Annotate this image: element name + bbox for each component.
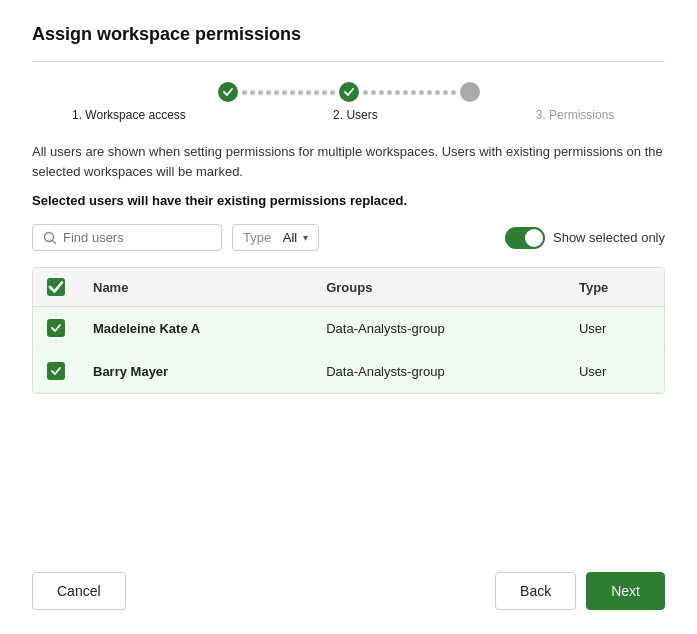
info-text: All users are shown when setting permiss…: [32, 142, 665, 181]
dialog: Assign workspace permissions: [0, 0, 697, 634]
header-checkbox[interactable]: [47, 278, 65, 296]
chevron-down-icon: ▾: [303, 232, 308, 243]
search-icon: [43, 231, 57, 245]
table: Name Groups Type Madeleine Kate A: [33, 268, 664, 393]
step-2: [339, 82, 359, 102]
filter-left: Type All ▾: [32, 224, 319, 251]
step-dots-1-2: [242, 90, 335, 95]
row-1-checkbox[interactable]: [47, 319, 65, 337]
step-3: [460, 82, 480, 102]
filter-row: Type All ▾ Show selected only: [32, 224, 665, 251]
type-filter-label: Type: [243, 230, 271, 245]
row-2-checkbox[interactable]: [47, 362, 65, 380]
row-1-checkbox-cell[interactable]: [33, 307, 79, 350]
footer-right: Back Next: [495, 572, 665, 610]
step-3-circle: [460, 82, 480, 102]
show-selected-toggle[interactable]: [505, 227, 545, 249]
row-2-type: User: [565, 350, 664, 393]
user-table: Name Groups Type Madeleine Kate A: [32, 267, 665, 394]
cancel-button[interactable]: Cancel: [32, 572, 126, 610]
toggle-label: Show selected only: [553, 230, 665, 245]
row-2-checkbox-cell[interactable]: [33, 350, 79, 393]
row-1-name: Madeleine Kate A: [79, 307, 312, 350]
step-dots-2-3: [363, 90, 456, 95]
step-1: [218, 82, 238, 102]
divider: [32, 61, 665, 62]
row-2-name: Barry Mayer: [79, 350, 312, 393]
stepper: [32, 82, 665, 102]
toggle-row: Show selected only: [505, 227, 665, 249]
table-row[interactable]: Barry Mayer Data-Analysts-group User: [33, 350, 664, 393]
row-1-type: User: [565, 307, 664, 350]
header-checkbox-cell[interactable]: [33, 268, 79, 307]
search-input[interactable]: [63, 230, 211, 245]
header-groups: Groups: [312, 268, 565, 307]
type-filter[interactable]: Type All ▾: [232, 224, 319, 251]
header-type: Type: [565, 268, 664, 307]
type-filter-value: All: [283, 230, 297, 245]
step-1-label: 1. Workspace access: [72, 108, 186, 122]
dialog-title: Assign workspace permissions: [32, 24, 665, 45]
back-button[interactable]: Back: [495, 572, 576, 610]
table-row[interactable]: Madeleine Kate A Data-Analysts-group Use…: [33, 307, 664, 350]
warning-text: Selected users will have their existing …: [32, 193, 665, 208]
step-2-circle: [339, 82, 359, 102]
table-body: Madeleine Kate A Data-Analysts-group Use…: [33, 307, 664, 393]
search-box[interactable]: [32, 224, 222, 251]
header-name: Name: [79, 268, 312, 307]
next-button[interactable]: Next: [586, 572, 665, 610]
step-labels: 1. Workspace access 2. Users 3. Permissi…: [32, 108, 665, 122]
step-1-circle: [218, 82, 238, 102]
step-2-label: 2. Users: [305, 108, 405, 122]
step-3-label: 3. Permissions: [525, 108, 625, 122]
row-2-groups: Data-Analysts-group: [312, 350, 565, 393]
footer: Cancel Back Next: [32, 556, 665, 634]
table-header: Name Groups Type: [33, 268, 664, 307]
row-1-groups: Data-Analysts-group: [312, 307, 565, 350]
